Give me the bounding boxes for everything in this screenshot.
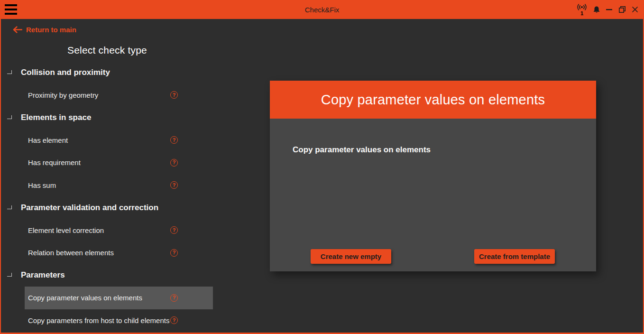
expander-icon: [7, 70, 12, 74]
dialog-header: Copy parameter values on elements: [270, 81, 596, 119]
titlebar: Check&Fix 1: [0, 0, 644, 19]
restore-icon: [618, 6, 626, 13]
window-title: Check&Fix: [305, 6, 340, 14]
tree-item-box: Relation between elements: [25, 241, 213, 264]
tree-item-copy-parameter-values-on-elements[interactable]: Copy parameter values on elements ?: [1, 287, 213, 309]
expander-icon: [7, 115, 12, 119]
dialog-body-heading: Copy parameter values on elements: [293, 145, 431, 155]
restore-button[interactable]: [616, 0, 628, 19]
item-label: Copy parameters from host to child eleme…: [28, 316, 169, 325]
page-title: Select check type: [1, 45, 213, 56]
category-label: Parameters: [21, 270, 65, 280]
minimize-icon: [606, 9, 612, 10]
expander-icon: [7, 205, 12, 209]
close-button[interactable]: [628, 0, 641, 19]
tree-item-has-element[interactable]: Has element ?: [1, 129, 213, 152]
hamburger-icon: [5, 4, 17, 6]
hamburger-icon: [5, 13, 17, 15]
back-arrow-icon: [12, 26, 22, 34]
broadcast-signal-button[interactable]: 1: [574, 0, 590, 19]
item-label: Element level correction: [28, 226, 104, 234]
tree-category-collision-and-proximity[interactable]: Collision and proximity: [1, 61, 213, 84]
tree-item-box: Copy parameters from host to child eleme…: [25, 309, 213, 332]
tree-item-relation-between-elements[interactable]: Relation between elements ?: [1, 241, 213, 264]
create-from-template-button[interactable]: Create from template: [474, 249, 555, 264]
item-label: Proximity by geometry: [28, 91, 98, 99]
item-label: Relation between elements: [28, 249, 114, 257]
tree-item-box: Proximity by geometry: [25, 84, 213, 107]
dialog-buttons: Create new empty Create from template: [311, 249, 555, 264]
tree-item-copy-parameters-from-host-to-child-elements[interactable]: Copy parameters from host to child eleme…: [1, 309, 213, 332]
help-icon[interactable]: ?: [170, 159, 178, 167]
tree-item-box: Has sum: [25, 174, 213, 197]
item-label: Has sum: [28, 181, 56, 189]
check-type-tree: Collision and proximity Proximity by geo…: [1, 61, 213, 332]
item-label: Copy parameter values on elements: [28, 294, 142, 302]
category-label: Collision and proximity: [21, 68, 110, 77]
expander-icon: [7, 273, 12, 277]
tree-item-box: Copy parameter values on elements: [25, 287, 213, 309]
check-detail-dialog: Copy parameter values on elements Copy p…: [270, 81, 596, 271]
tree-category-elements-in-space[interactable]: Elements in space: [1, 106, 213, 129]
tree-item-has-sum[interactable]: Has sum ?: [1, 174, 213, 197]
dialog-title: Copy parameter values on elements: [321, 92, 545, 108]
create-new-empty-button[interactable]: Create new empty: [311, 249, 391, 264]
tree-category-parameters[interactable]: Parameters: [1, 264, 213, 287]
tree-item-element-level-correction[interactable]: Element level correction ?: [1, 219, 213, 242]
help-icon[interactable]: ?: [170, 294, 178, 302]
tree-item-box: Element level correction: [25, 219, 213, 242]
hamburger-menu-button[interactable]: [5, 4, 17, 15]
category-label: Elements in space: [21, 113, 91, 122]
bell-icon: [592, 5, 601, 14]
close-icon: [632, 6, 638, 13]
app-window: Check&Fix 1: [0, 0, 644, 334]
notification-count: 1: [580, 11, 583, 16]
item-label: Has element: [28, 136, 68, 144]
return-to-main-label: Return to main: [26, 26, 76, 34]
notifications-bell-button[interactable]: [590, 0, 603, 19]
tree-item-proximity-by-geometry[interactable]: Proximity by geometry ?: [1, 84, 213, 107]
dialog-body: Copy parameter values on elements Create…: [270, 119, 596, 271]
item-label: Has requirement: [28, 158, 81, 167]
tree-item-box: Has element: [25, 129, 213, 152]
minimize-button[interactable]: [603, 0, 616, 19]
tree-item-box: Has requirement: [25, 151, 213, 174]
tree-category-parameter-validation-and-correction[interactable]: Parameter validation and correction: [1, 196, 213, 219]
help-icon[interactable]: ?: [170, 249, 178, 257]
hamburger-icon: [5, 9, 17, 10]
titlebar-icons: 1: [574, 0, 641, 19]
category-label: Parameter validation and correction: [21, 203, 158, 213]
return-to-main-link[interactable]: Return to main: [12, 26, 76, 34]
tree-item-has-requirement[interactable]: Has requirement ?: [1, 151, 213, 174]
